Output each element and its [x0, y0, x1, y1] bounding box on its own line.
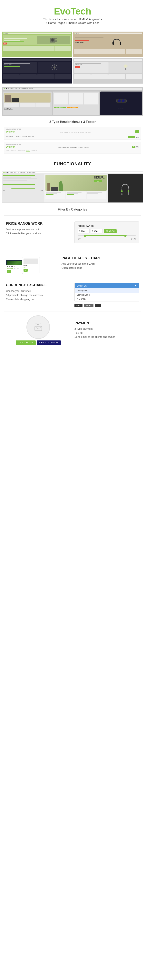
hp-cart-price: $0.00 [136, 137, 139, 138]
pay-checkout-paypal-button[interactable]: CHECK OUT PAYPAL [37, 340, 61, 345]
ce-title: CURRENCY EXCHANGE [6, 283, 70, 287]
lamp-icon [123, 64, 129, 72]
svg-point-24 [127, 194, 129, 195]
ss-thumb-3 [37, 46, 54, 51]
pd-product2-price: $12 [24, 266, 38, 268]
hp-subnav-3: LAPTOPS [22, 136, 27, 137]
earphones-product-icon [120, 180, 131, 196]
hp-logo-text-2: Evo [6, 145, 10, 148]
pay-order-by-mail-button[interactable]: ORDER BY MAIL [16, 340, 36, 345]
ce-nav-bar: RIES PAGES CO [75, 304, 139, 307]
func-nav-logo: EvoTech [3, 172, 9, 173]
header: EvoTech The best electronics store HTML … [0, 0, 145, 29]
pay-support-text: Support [35, 323, 41, 325]
ss-logo-1: EvoTech [3, 33, 8, 34]
pay-desc-1: 2 Type payment [75, 327, 139, 331]
nav-bar-1: EvoTech [3, 33, 71, 34]
ss-products-row-4 [74, 74, 142, 79]
svg-rect-18 [126, 100, 127, 102]
hp-nav-2: HOME ABOUT US EXPERIENCE PAGES CONTACT [58, 146, 89, 148]
pr-min-input[interactable] [78, 229, 89, 234]
payment-section: Support ORDER BY MAIL CHECK OUT PAYPAL P… [0, 312, 145, 351]
ce-nav-co[interactable]: CO [95, 304, 101, 307]
pd-title: PAGE DETAILS + CART [62, 256, 139, 260]
pr-left: PRICE RANGE WORK Decide you price max an… [6, 221, 70, 235]
pr-widget: PRICE RANGE SEARCH $ 0 $ 500 [75, 221, 139, 243]
hero-line-3 [4, 41, 24, 42]
pr-slider-fill [84, 235, 124, 236]
hp2-nav-contact: CONTACT [84, 146, 89, 148]
fn-pages: PAGES [27, 172, 30, 173]
hp2-nav-about: ABOUT US [63, 146, 69, 148]
pr-desc-line2: Click search filter your products [6, 231, 70, 235]
screenshots-grid: EvoTech SAVE [0, 29, 145, 87]
fn-home: HOME [10, 172, 13, 173]
pr-slider-left-handle[interactable] [84, 235, 86, 237]
ss-hero-1 [3, 35, 71, 45]
pr-max-input[interactable] [91, 229, 102, 234]
svg-rect-6 [113, 42, 114, 45]
svg-point-16 [122, 99, 124, 102]
filter-by-categories-label: Filter By Categories [0, 205, 145, 215]
pd-desc-1: Add your product in the CART [62, 262, 139, 266]
price-range-section: PRICE RANGE WORK Decide you price max an… [0, 216, 145, 247]
svg-point-15 [118, 99, 121, 102]
pd-add-cart-btn-2[interactable]: + [24, 269, 28, 272]
hp2-nav-home: HOME [58, 146, 62, 148]
logo-black-part: Evo [54, 6, 70, 16]
func-sidebar: $0 $500 [2, 174, 44, 202]
ss-hero-text-1 [4, 38, 37, 42]
ce-option-dollar[interactable]: Dollar(US) [75, 288, 139, 293]
hero-line-2 [4, 40, 21, 41]
functionality-screenshot: EvoTech HOME ABOUT US EXPERIENCE PAGES C… [2, 171, 143, 203]
functionality-title: FUNCTIONALITY [4, 161, 141, 166]
ss-thumb-4 [54, 46, 71, 51]
hp-nav-exp: EXPERIENCE [72, 132, 79, 133]
ss-logo-2: EvoTech [74, 33, 79, 34]
functionality-section: FUNCTIONALITY [0, 156, 145, 169]
svg-rect-3 [56, 38, 57, 39]
mail-icon [34, 326, 42, 331]
nav-bar-2: EvoTech [74, 33, 142, 34]
ss-thumb-2 [20, 46, 37, 51]
hp-cart-btn[interactable]: MY CART [128, 136, 135, 138]
hp-logo-2: EvoTech [6, 145, 15, 148]
pr-range-min: $ 0 [78, 238, 81, 240]
ce-nav-ries[interactable]: RIES [75, 304, 83, 307]
ce-desc-2: All products change the currency [6, 293, 70, 298]
pr-slider-right-handle[interactable] [124, 235, 127, 237]
hp-logo-hl-2: Tech [10, 145, 15, 148]
svg-rect-14 [116, 99, 126, 103]
func-nav-links: HOME ABOUT US EXPERIENCE PAGES CONTACT [10, 172, 36, 173]
ce-nav-pages[interactable]: PAGES [84, 304, 94, 307]
hero-line-1 [4, 38, 27, 39]
ce-left: CURRENCY EXCHANGE Choose your currency A… [6, 283, 70, 301]
ce-right: Dollar(US) ▼ Dollar(US) Sterling(GBP) Eu… [75, 283, 139, 307]
tagline2: 5 Home Pages + Infinite Colors with Less [4, 21, 141, 24]
ss-thumb-6 [91, 49, 108, 54]
ss-products-row-2 [74, 49, 142, 54]
pd-product1-price: $117.89 [7, 267, 13, 269]
screenshot-3: NEW SEASON [2, 58, 72, 84]
ss-thumb-1 [3, 46, 19, 51]
ce-option-euro[interactable]: Euro(EU) [75, 297, 139, 301]
ss-hero-img-1 [37, 36, 70, 44]
header-preview-1: WELCOME TO EVOTECH EvoTech HOME ABOUT US… [4, 127, 141, 140]
pd-add-cart-btn-1[interactable]: + [7, 270, 11, 273]
ss-products-row-3 [3, 74, 71, 79]
pr-range-max: $ 500 [131, 238, 136, 240]
pd-products-preview: MONITOR V3 $117.89 $137.89 + ONIKO $12 + [6, 253, 57, 273]
hp-subnav-1: NEW ARRIVALS [6, 136, 14, 137]
pr-search-button[interactable]: SEARCH [104, 229, 116, 233]
ce-option-sterling[interactable]: Sterling(GBP) [75, 293, 139, 297]
speaker-icon [49, 37, 57, 43]
hp-nav-about: ABOUT US [64, 132, 70, 133]
ce-desc-3: Recalculate shopping cart [6, 298, 70, 301]
fn-about: ABOUT US [14, 172, 19, 173]
ce-dropdown-header[interactable]: Dollar(US) ▼ [75, 283, 139, 288]
pr-range-labels: $ 0 $ 500 [78, 238, 136, 240]
svg-rect-7 [120, 42, 121, 45]
ss-badge-1: SAVE [3, 43, 7, 45]
ce-currency-dropdown[interactable]: Dollar(US) ▼ Dollar(US) Sterling(GBP) Eu… [75, 283, 139, 301]
page-details-section: MONITOR V3 $117.89 $137.89 + ONIKO $12 +… [0, 247, 145, 277]
